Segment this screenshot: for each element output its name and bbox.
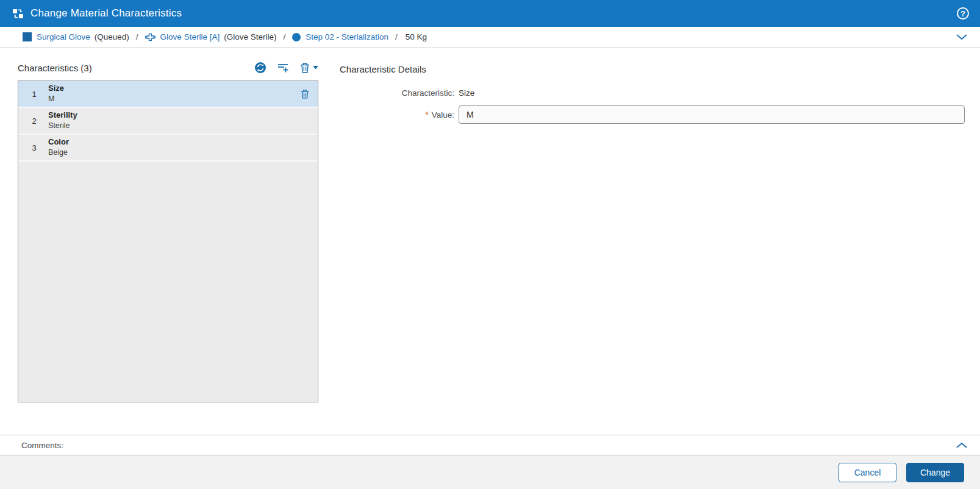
page-title: Change Material Characteristics: [30, 7, 182, 20]
required-asterisk: *: [425, 110, 428, 120]
comments-bar[interactable]: Comments:: [0, 435, 980, 455]
change-material-icon: [12, 8, 24, 20]
value-label-text: Value:: [432, 110, 454, 120]
breadcrumb-segment-step: Step 02 - Sterialization: [292, 32, 388, 41]
characteristic-value: Size: [459, 88, 965, 98]
quantity-label: 50 Kg: [406, 32, 427, 41]
order-icon: [145, 32, 156, 42]
item-index: 2: [29, 116, 40, 126]
add-row-icon[interactable]: [277, 62, 289, 73]
characteristics-panel: Characteristics (3): [18, 48, 318, 402]
breadcrumb-segment-order: Glove Sterile [A] (Glove Sterile): [145, 32, 277, 42]
app-header: Change Material Characteristics ?: [0, 0, 980, 27]
details-form: Characteristic: Size *Value:: [340, 88, 964, 124]
caret-down-icon[interactable]: [313, 66, 318, 70]
sync-circle-icon[interactable]: [254, 62, 266, 74]
list-item-size[interactable]: 1 Size M: [18, 81, 318, 108]
list-item-sterility[interactable]: 2 Sterility Sterile: [18, 108, 318, 135]
cancel-button[interactable]: Cancel: [839, 463, 896, 482]
chevron-down-icon[interactable]: [956, 34, 968, 40]
breadcrumb-separator: /: [283, 32, 285, 41]
help-circle-icon[interactable]: ?: [957, 7, 969, 20]
item-value: M: [48, 94, 64, 104]
delete-dropdown[interactable]: [300, 62, 318, 73]
item-index: 3: [29, 143, 40, 152]
item-name: Sterility: [48, 110, 77, 121]
comments-label: Comments:: [21, 441, 63, 450]
value-label: *Value:: [340, 110, 454, 120]
item-value: Sterile: [48, 121, 77, 130]
characteristics-panel-header: Characteristics (3): [18, 48, 318, 75]
characteristics-list: 1 Size M 2 Sterility: [18, 80, 318, 402]
material-square-icon: [23, 32, 32, 41]
footer: Cancel Change: [0, 455, 980, 489]
step-circle-icon: [292, 33, 301, 41]
details-panel: Characteristic Details Characteristic: S…: [340, 48, 964, 124]
characteristic-label: Characteristic:: [340, 88, 454, 98]
breadcrumb-link-step[interactable]: Step 02 - Sterialization: [306, 32, 388, 41]
item-name: Size: [48, 84, 64, 94]
main-content: Characteristics (3): [0, 48, 980, 426]
breadcrumb-link-material[interactable]: Surgical Glove: [37, 32, 90, 41]
value-input[interactable]: [459, 105, 965, 124]
trash-icon[interactable]: [300, 62, 310, 73]
trash-icon[interactable]: [301, 89, 309, 99]
breadcrumb-link-order[interactable]: Glove Sterile [A]: [160, 32, 220, 41]
item-value: Beige: [48, 148, 69, 157]
breadcrumb-segment-material: Surgical Glove (Queued): [23, 32, 129, 41]
material-status: (Queued): [95, 32, 129, 41]
chevron-up-icon[interactable]: [956, 442, 968, 449]
breadcrumb: Surgical Glove (Queued) / Glove Sterile …: [0, 27, 980, 48]
item-name: Color: [48, 137, 69, 148]
breadcrumb-separator: /: [395, 32, 398, 41]
breadcrumb-separator: /: [136, 32, 138, 41]
order-status: (Glove Sterile): [224, 32, 276, 41]
characteristics-title: Characteristics (3): [18, 63, 92, 75]
details-title: Characteristic Details: [340, 64, 964, 74]
list-item-color[interactable]: 3 Color Beige: [18, 135, 318, 162]
change-button[interactable]: Change: [906, 463, 964, 482]
item-index: 1: [29, 90, 40, 99]
characteristics-toolbar: [254, 62, 318, 75]
